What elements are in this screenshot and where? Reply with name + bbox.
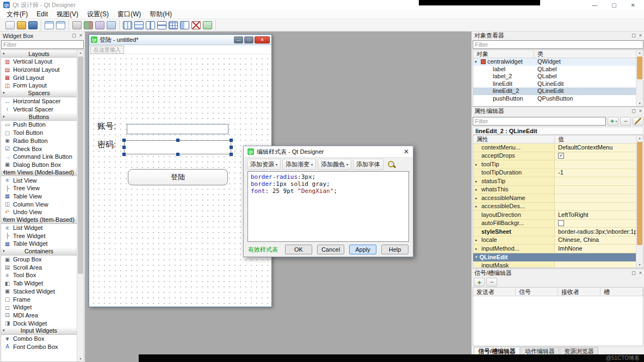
widgetbox-item-vertical-spacer[interactable]: ↕ Vertical Spacer (1, 105, 77, 113)
column-object[interactable]: 对象 (473, 50, 534, 58)
property-row-autofillbackgr[interactable]: ▸ autoFillBackgr... (473, 220, 636, 228)
widgetbox-item-list-view[interactable]: ≡ List View (1, 176, 77, 184)
selection-handle[interactable] (122, 146, 126, 149)
remove-dynamic-property-button[interactable]: − (620, 117, 631, 126)
property-value-cell[interactable] (555, 220, 636, 228)
column-slot[interactable]: 槽 (600, 288, 643, 296)
chevron-down-icon[interactable]: ▾ (475, 58, 479, 66)
widgetbox-item-tree-widget[interactable]: ├ Tree Widget (1, 232, 77, 240)
float-icon[interactable]: ◻ (631, 271, 635, 276)
property-value-cell[interactable]: Chinese, China (555, 236, 636, 245)
column-signal[interactable]: 信号 (516, 288, 558, 296)
menu-f[interactable]: 文件(F) (2, 10, 32, 18)
form-window-titlebar[interactable]: Qt 登陆 - untitled* — □ ✕ (89, 35, 271, 45)
form-close-button[interactable]: ✕ (255, 36, 270, 43)
menu-s[interactable]: 设置(S) (83, 10, 113, 18)
widgetbox-section-item-views-model-based[interactable]: ▾ Item Views (Model-Based) (1, 168, 77, 176)
edit-widgets-icon[interactable] (72, 21, 82, 29)
widgetbox-item-tab-widget[interactable]: ◧ Tab Widget (1, 279, 77, 288)
widgetbox-item-table-view[interactable]: ▦ Table View (1, 192, 77, 201)
add-connection-button[interactable]: ＋ (474, 278, 485, 286)
widgetbox-section-item-widgets-item-based[interactable]: ▾ Item Widgets (Item-Based) (1, 216, 77, 224)
widgetbox-section-input-widgets[interactable]: ▾ Input Widgets (1, 327, 77, 335)
password-line-edit[interactable] (124, 140, 231, 154)
type-here-placeholder[interactable]: 在这里输入 (90, 46, 124, 54)
preview-magnifier-icon[interactable] (387, 160, 397, 169)
layout-horizontal-icon[interactable] (123, 21, 132, 29)
widgetbox-item-form-layout[interactable]: ◫ Form Layout (1, 82, 77, 90)
break-layout-icon[interactable] (191, 21, 201, 29)
widgetbox-section-buttons[interactable]: ▾ Buttons (1, 113, 77, 121)
widgetbox-item-tool-box[interactable]: ≡ Tool Box (1, 271, 77, 279)
selection-handle[interactable] (230, 146, 233, 149)
property-row-stylesheet[interactable]: ▸ styleSheet border-radius:3px;\nborder:… (473, 228, 636, 236)
property-row-tooltipduration[interactable]: ▸ toolTipDuration -1 (473, 169, 636, 178)
property-value-cell[interactable]: ImhNone (555, 245, 636, 253)
layout-grid-icon[interactable] (169, 21, 178, 29)
menu-edit[interactable]: Edit (32, 10, 52, 18)
property-row-locale[interactable]: ▸ locale Chinese, China (473, 236, 636, 245)
property-filter-input[interactable] (473, 117, 606, 126)
column-class[interactable]: 类 (534, 50, 543, 58)
scroll-down-icon[interactable]: ▾ (77, 356, 84, 361)
property-value-cell[interactable] (555, 160, 636, 168)
checkbox-unchecked-icon[interactable] (558, 220, 564, 226)
widgetbox-item-scroll-area[interactable]: ▤ Scroll Area (1, 263, 77, 271)
save-icon[interactable] (28, 21, 38, 29)
property-editor-scrollbar[interactable]: ▴ ▾ (636, 135, 643, 267)
account-label[interactable]: 账号: (97, 121, 116, 132)
widgetbox-item-font-combo-box[interactable]: A Font Combo Box (1, 343, 77, 351)
expand-arrow-icon[interactable]: ▸ (475, 236, 480, 245)
property-value-cell[interactable]: border-radius:3px;\nborder:1px solid gra… (555, 228, 636, 236)
form-minimize-button[interactable]: — (234, 36, 243, 43)
apply-button[interactable]: Apply (349, 245, 376, 254)
property-row-layoutdirection[interactable]: ▸ layoutDirection LeftToRight (473, 211, 636, 220)
tab-action-editor[interactable]: 动作编辑器 (521, 347, 559, 354)
menu-w[interactable]: 窗口(W) (113, 10, 145, 18)
maximize-button[interactable]: ▢ (611, 2, 616, 8)
object-row-label[interactable]: label QLabel (473, 66, 636, 73)
object-inspector-filter-input[interactable] (473, 40, 643, 49)
layout-form-icon[interactable] (180, 21, 189, 29)
expand-arrow-icon[interactable]: ▸ (475, 177, 480, 185)
close-icon[interactable]: × (639, 33, 642, 38)
selection-handle[interactable] (122, 139, 126, 142)
widgetbox-item-check-box[interactable]: ☑ Check Box (1, 145, 77, 153)
scroll-up-icon[interactable]: ▴ (636, 135, 643, 141)
tile-windows-icon[interactable] (56, 21, 65, 29)
property-value-cell[interactable]: DefaultContextMenu (555, 143, 636, 152)
layout-splitter-horizontal-icon[interactable] (146, 21, 155, 29)
column-property[interactable]: 属性 (473, 135, 555, 143)
selection-handle[interactable] (230, 153, 233, 156)
property-row-statustip[interactable]: ▸ statusTip (473, 177, 636, 186)
widgetbox-item-mdi-area[interactable]: ⊡ MDI Area (1, 311, 77, 320)
widgetbox-scrollbar[interactable]: ▴ ▾ (77, 50, 84, 361)
widgetbox-item-table-widget[interactable]: ▦ Table Widget (1, 240, 77, 248)
object-inspector-scrollbar[interactable]: ▴ ▾ (636, 50, 643, 106)
widgetbox-item-push-button[interactable]: ▭ Push Button (1, 121, 77, 129)
scrollbar-thumb[interactable] (78, 57, 83, 274)
edit-tab-order-icon[interactable] (107, 21, 116, 29)
close-icon[interactable]: × (639, 271, 642, 276)
widgetbox-section-layouts[interactable]: ▾ Layouts (1, 50, 77, 58)
widgetbox-item-command-link-button[interactable]: → Command Link Button (1, 153, 77, 161)
widgetbox-item-undo-view[interactable]: ↶ Undo View (1, 208, 77, 216)
widgetbox-item-stacked-widget[interactable]: ▣ Stacked Widget (1, 288, 77, 296)
close-button[interactable]: ✕ (631, 2, 635, 8)
close-icon[interactable]: × (79, 33, 82, 38)
property-value-cell[interactable] (555, 186, 636, 194)
tool--button[interactable]: 添加字体 (353, 159, 383, 170)
object-row-centralwidget[interactable]: ▾ centralwidget QWidget (473, 58, 636, 66)
property-row-contextmenu[interactable]: ▸ contextMenu... DefaultContextMenu (473, 143, 636, 152)
property-value-cell[interactable] (555, 261, 636, 268)
widgetbox-item-radio-button[interactable]: ◉ Radio Button (1, 137, 77, 145)
password-label[interactable]: 密码: (97, 140, 116, 150)
close-icon[interactable]: × (639, 109, 642, 114)
property-value-cell[interactable] (555, 194, 636, 202)
widgetbox-item-combo-box[interactable]: ▼ Combo Box (1, 335, 77, 343)
property-value-cell[interactable]: ✓ (555, 152, 636, 160)
widgetbox-item-widget[interactable]: ◻ Widget (1, 303, 77, 311)
edit-signals-slots-icon[interactable] (84, 21, 93, 29)
scroll-up-icon[interactable]: ▴ (77, 50, 84, 55)
column-receiver[interactable]: 接收者 (558, 288, 600, 296)
